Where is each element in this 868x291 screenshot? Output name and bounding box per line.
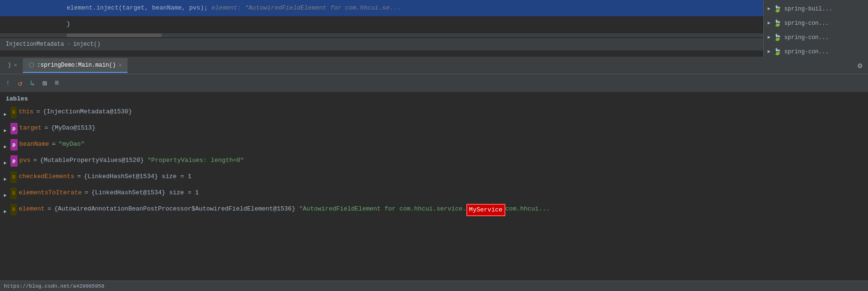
right-panel-item-2[interactable]: ▶ 🍃 spring-con... bbox=[764, 30, 868, 45]
url-highlight-box: MyService bbox=[466, 204, 505, 216]
p-icon-pvs: p bbox=[10, 155, 18, 167]
code-line-1: element.inject(target, beanName, pvs); e… bbox=[0, 0, 763, 16]
var-eq-pvs: = bbox=[33, 155, 37, 166]
var-name-beanname: beanName bbox=[20, 139, 49, 150]
toolbar: ↑ ↺ ↳ ⊞ ≡ bbox=[0, 74, 868, 92]
tab-close-0[interactable]: ✕ bbox=[14, 62, 17, 68]
right-panel-label-0: spring-buil... bbox=[784, 4, 832, 14]
var-name-elementstoiterate: elementsToIterate bbox=[19, 188, 82, 198]
expand-icon-beanname[interactable]: ▶ bbox=[4, 142, 9, 152]
right-panel-label-3: spring-con... bbox=[784, 47, 829, 57]
tree-arrow-1: ▶ bbox=[768, 18, 770, 29]
spring-icon-1: 🍃 bbox=[773, 18, 781, 29]
equals-icon-element: ≡ bbox=[10, 204, 17, 215]
var-value-pvs: {MutablePropertyValues@1520} bbox=[40, 155, 144, 166]
frames-button[interactable]: ⊞ bbox=[40, 78, 49, 89]
p-icon-target: p bbox=[10, 123, 18, 134]
spring-icon-3: 🍃 bbox=[773, 47, 781, 57]
code-comment-1: element: "AutowiredFieldElement for com.… bbox=[211, 4, 401, 11]
var-eq-checkedelements: = bbox=[77, 171, 81, 182]
right-panel-label-2: spring-con... bbox=[784, 32, 829, 43]
tab-label-1: :springDemo:Main.main() bbox=[37, 62, 116, 69]
url-text: https://blog.csdn.net/a429095958 bbox=[4, 283, 104, 289]
scrollbar-track[interactable] bbox=[67, 33, 162, 37]
var-row-this[interactable]: ▶ ≡ this = {InjectionMetadata@1530} bbox=[0, 105, 868, 121]
tab-label-0: ) bbox=[8, 62, 11, 69]
variables-header: iables bbox=[0, 92, 868, 105]
tree-arrow-0: ▶ bbox=[768, 4, 770, 14]
equals-icon-elementstoiterate: ≡ bbox=[10, 188, 17, 199]
right-panel: ▶ 🍃 spring-buil... ▶ 🍃 spring-con... ▶ 🍃… bbox=[763, 0, 868, 57]
var-eq-this: = bbox=[36, 107, 40, 117]
right-panel-item-0[interactable]: ▶ 🍃 spring-buil... bbox=[764, 2, 868, 16]
settings-button[interactable]: ≡ bbox=[53, 78, 61, 89]
equals-icon-this: ≡ bbox=[10, 107, 17, 118]
step-into-button[interactable]: ↳ bbox=[28, 78, 37, 89]
resume-button[interactable]: ↑ bbox=[4, 78, 12, 89]
var-name-pvs: pvs bbox=[20, 155, 30, 166]
var-value-element-rest: com.hhcui... bbox=[505, 204, 550, 214]
var-eq-target: = bbox=[44, 123, 48, 133]
tab-bar: ) ✕ ⬡ :springDemo:Main.main() ✕ ⚙ bbox=[0, 57, 868, 74]
var-name-target: target bbox=[20, 123, 42, 133]
code-line-2: } bbox=[0, 16, 763, 32]
var-value-pvs-extra: "PropertyValues: length=0" bbox=[144, 155, 244, 166]
var-name-checkedelements: checkedElements bbox=[19, 171, 74, 182]
expand-icon-target[interactable]: ▶ bbox=[4, 126, 9, 136]
breadcrumb-method: inject() bbox=[73, 41, 101, 48]
var-value-element: {AutowiredAnnotationBeanPostProcessor$Au… bbox=[54, 204, 299, 214]
status-bar: https://blog.csdn.net/a429095958 bbox=[0, 281, 868, 291]
p-icon-beanname: p bbox=[10, 139, 18, 151]
var-row-elementstoiterate[interactable]: ▶ ≡ elementsToIterate = {LinkedHashSet@1… bbox=[0, 186, 868, 202]
var-name-this: this bbox=[19, 107, 33, 117]
var-row-target[interactable]: ▶ p target = {MyDao@1513} bbox=[0, 121, 868, 138]
tab-close-1[interactable]: ✕ bbox=[118, 62, 122, 68]
variables-section: iables ▶ ≡ this = {InjectionMetadata@153… bbox=[0, 92, 868, 279]
code-text-1: element.inject(target, beanName, pvs); bbox=[67, 4, 207, 11]
var-name-element: element bbox=[19, 204, 45, 214]
main-content: ) ✕ ⬡ :springDemo:Main.main() ✕ ⚙ ↑ ↺ ↳ … bbox=[0, 57, 868, 279]
var-eq-element: = bbox=[48, 204, 51, 214]
spring-icon-0: 🍃 bbox=[773, 4, 781, 14]
var-eq-elementstoiterate: = bbox=[85, 188, 89, 198]
var-value-elementstoiterate: {LinkedHashSet@1534} size = 1 bbox=[91, 188, 199, 198]
expand-icon-element[interactable]: ▶ bbox=[4, 207, 9, 217]
spring-icon-2: 🍃 bbox=[773, 32, 781, 43]
var-row-element[interactable]: ▶ ≡ element = {AutowiredAnnotationBeanPo… bbox=[0, 202, 868, 219]
tab-item-1[interactable]: ⬡ :springDemo:Main.main() ✕ bbox=[23, 58, 128, 73]
var-value-this: {InjectionMetadata@1530} bbox=[43, 107, 132, 117]
breadcrumb-class: InjectionMetadata bbox=[6, 41, 64, 48]
right-panel-item-1[interactable]: ▶ 🍃 spring-con... bbox=[764, 16, 868, 30]
code-area: element.inject(target, beanName, pvs); e… bbox=[0, 0, 868, 57]
breadcrumb-separator: › bbox=[67, 41, 70, 48]
tab-bar-right: ⚙ bbox=[858, 61, 866, 70]
step-over-button[interactable]: ↺ bbox=[16, 78, 25, 89]
expand-icon-this[interactable]: ▶ bbox=[4, 110, 9, 120]
gear-icon[interactable]: ⚙ bbox=[858, 62, 862, 70]
equals-icon-checkedelements: ≡ bbox=[10, 171, 17, 183]
var-row-pvs[interactable]: ▶ p pvs = {MutablePropertyValues@1520} "… bbox=[0, 154, 868, 170]
var-row-beanname[interactable]: ▶ p beanName = "myDao" bbox=[0, 138, 868, 154]
var-value-target: {MyDao@1513} bbox=[51, 123, 96, 133]
var-value-checkedelements: {LinkedHashSet@1534} size = 1 bbox=[84, 171, 191, 182]
var-value-element-extra: "AutowiredFieldElement for com.hhcui.ser… bbox=[299, 204, 466, 214]
tree-arrow-2: ▶ bbox=[768, 32, 770, 43]
horizontal-scrollbar[interactable] bbox=[0, 33, 763, 37]
code-main: element.inject(target, beanName, pvs); e… bbox=[0, 0, 763, 57]
var-eq-beanname: = bbox=[52, 139, 56, 150]
expand-icon-elementstoiterate[interactable]: ▶ bbox=[4, 191, 9, 201]
tree-arrow-3: ▶ bbox=[768, 47, 770, 57]
expand-icon-pvs[interactable]: ▶ bbox=[4, 158, 9, 169]
expand-icon-checkedelements[interactable]: ▶ bbox=[4, 174, 9, 185]
tab-debug-icon-1: ⬡ bbox=[29, 61, 34, 69]
variables-title: iables bbox=[6, 95, 28, 102]
var-value-beanname: "myDao" bbox=[59, 139, 85, 150]
var-row-checkedelements[interactable]: ▶ ≡ checkedElements = {LinkedHashSet@153… bbox=[0, 170, 868, 186]
code-brace: } bbox=[67, 20, 70, 28]
breadcrumb: InjectionMetadata › inject() bbox=[0, 38, 763, 50]
right-panel-label-1: spring-con... bbox=[784, 18, 829, 29]
tab-item-0[interactable]: ) ✕ bbox=[2, 59, 23, 72]
